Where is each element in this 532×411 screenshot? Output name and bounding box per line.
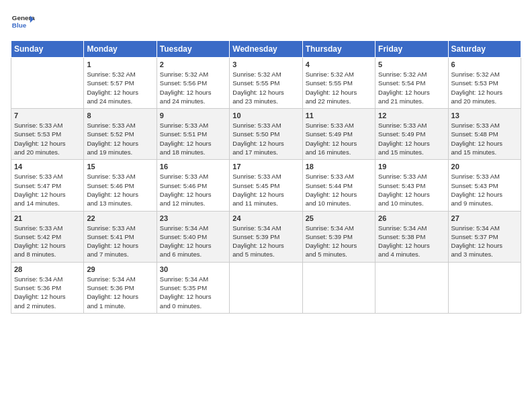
- calendar-cell: 1Sunrise: 5:32 AM Sunset: 5:57 PM Daylig…: [84, 58, 157, 109]
- calendar-cell: 27Sunrise: 5:34 AM Sunset: 5:37 PM Dayli…: [448, 211, 521, 262]
- day-number: 17: [232, 163, 299, 171]
- day-number: 28: [14, 265, 81, 273]
- day-info: Sunrise: 5:34 AM Sunset: 5:38 PM Dayligh…: [378, 224, 445, 259]
- calendar-cell: 22Sunrise: 5:33 AM Sunset: 5:41 PM Dayli…: [84, 211, 157, 262]
- day-info: Sunrise: 5:34 AM Sunset: 5:37 PM Dayligh…: [451, 224, 518, 259]
- calendar-cell: 21Sunrise: 5:33 AM Sunset: 5:42 PM Dayli…: [11, 211, 84, 262]
- calendar-cell: 30Sunrise: 5:34 AM Sunset: 5:35 PM Dayli…: [157, 262, 229, 313]
- day-info: Sunrise: 5:33 AM Sunset: 5:48 PM Dayligh…: [451, 121, 518, 156]
- day-info: Sunrise: 5:33 AM Sunset: 5:49 PM Dayligh…: [306, 121, 372, 156]
- day-number: 8: [87, 111, 153, 120]
- day-info: Sunrise: 5:32 AM Sunset: 5:53 PM Dayligh…: [451, 70, 518, 105]
- calendar-cell: 13Sunrise: 5:33 AM Sunset: 5:48 PM Dayli…: [448, 109, 521, 160]
- column-header-saturday: Saturday: [448, 41, 521, 58]
- day-number: 4: [306, 60, 372, 68]
- day-info: Sunrise: 5:33 AM Sunset: 5:50 PM Dayligh…: [232, 121, 299, 156]
- calendar-table: SundayMondayTuesdayWednesdayThursdayFrid…: [11, 40, 521, 314]
- day-number: 18: [306, 163, 372, 171]
- day-info: Sunrise: 5:33 AM Sunset: 5:44 PM Dayligh…: [306, 172, 372, 208]
- day-info: Sunrise: 5:34 AM Sunset: 5:36 PM Dayligh…: [87, 275, 153, 310]
- day-info: Sunrise: 5:33 AM Sunset: 5:45 PM Dayligh…: [232, 172, 299, 208]
- calendar-cell: 18Sunrise: 5:33 AM Sunset: 5:44 PM Dayli…: [302, 160, 375, 211]
- column-header-thursday: Thursday: [302, 41, 375, 58]
- day-number: 3: [232, 60, 299, 68]
- day-info: Sunrise: 5:34 AM Sunset: 5:39 PM Dayligh…: [232, 224, 299, 259]
- calendar-cell: 17Sunrise: 5:33 AM Sunset: 5:45 PM Dayli…: [230, 160, 302, 211]
- calendar-cell: [11, 58, 84, 109]
- calendar-cell: 25Sunrise: 5:34 AM Sunset: 5:39 PM Dayli…: [302, 211, 375, 262]
- day-number: 7: [14, 111, 81, 120]
- day-info: Sunrise: 5:33 AM Sunset: 5:46 PM Dayligh…: [87, 172, 153, 208]
- day-info: Sunrise: 5:33 AM Sunset: 5:52 PM Dayligh…: [87, 121, 153, 156]
- day-info: Sunrise: 5:32 AM Sunset: 5:54 PM Dayligh…: [378, 70, 445, 105]
- calendar-cell: 7Sunrise: 5:33 AM Sunset: 5:53 PM Daylig…: [11, 109, 84, 160]
- calendar-cell: 14Sunrise: 5:33 AM Sunset: 5:47 PM Dayli…: [11, 160, 84, 211]
- calendar-cell: 20Sunrise: 5:33 AM Sunset: 5:43 PM Dayli…: [448, 160, 521, 211]
- calendar-cell: 8Sunrise: 5:33 AM Sunset: 5:52 PM Daylig…: [84, 109, 157, 160]
- page-header: General Blue: [11, 11, 521, 35]
- calendar-cell: 5Sunrise: 5:32 AM Sunset: 5:54 PM Daylig…: [375, 58, 448, 109]
- calendar-cell: [302, 262, 375, 313]
- day-number: 30: [160, 265, 226, 273]
- calendar-cell: 16Sunrise: 5:33 AM Sunset: 5:46 PM Dayli…: [157, 160, 229, 211]
- day-number: 19: [378, 163, 445, 171]
- day-number: 22: [87, 214, 153, 222]
- day-info: Sunrise: 5:32 AM Sunset: 5:55 PM Dayligh…: [306, 70, 372, 105]
- calendar-cell: 9Sunrise: 5:33 AM Sunset: 5:51 PM Daylig…: [157, 109, 229, 160]
- day-number: 5: [378, 60, 445, 68]
- column-header-sunday: Sunday: [11, 41, 84, 58]
- calendar-cell: 12Sunrise: 5:33 AM Sunset: 5:49 PM Dayli…: [375, 109, 448, 160]
- calendar-week-row: 1Sunrise: 5:32 AM Sunset: 5:57 PM Daylig…: [11, 58, 521, 109]
- day-info: Sunrise: 5:34 AM Sunset: 5:36 PM Dayligh…: [14, 275, 81, 310]
- day-info: Sunrise: 5:32 AM Sunset: 5:56 PM Dayligh…: [160, 70, 226, 105]
- calendar-cell: 19Sunrise: 5:33 AM Sunset: 5:43 PM Dayli…: [375, 160, 448, 211]
- svg-text:Blue: Blue: [12, 21, 27, 29]
- day-info: Sunrise: 5:32 AM Sunset: 5:55 PM Dayligh…: [232, 70, 299, 105]
- calendar-cell: 15Sunrise: 5:33 AM Sunset: 5:46 PM Dayli…: [84, 160, 157, 211]
- column-header-monday: Monday: [84, 41, 157, 58]
- day-info: Sunrise: 5:34 AM Sunset: 5:39 PM Dayligh…: [306, 224, 372, 259]
- day-number: 13: [451, 111, 518, 120]
- day-number: 20: [451, 163, 518, 171]
- calendar-cell: 10Sunrise: 5:33 AM Sunset: 5:50 PM Dayli…: [230, 109, 302, 160]
- day-number: 21: [14, 214, 81, 222]
- calendar-cell: 11Sunrise: 5:33 AM Sunset: 5:49 PM Dayli…: [302, 109, 375, 160]
- logo-icon: General Blue: [11, 11, 35, 35]
- day-info: Sunrise: 5:33 AM Sunset: 5:42 PM Dayligh…: [14, 224, 81, 259]
- day-number: 14: [14, 163, 81, 171]
- day-number: 16: [160, 163, 226, 171]
- day-info: Sunrise: 5:33 AM Sunset: 5:43 PM Dayligh…: [451, 172, 518, 208]
- day-info: Sunrise: 5:34 AM Sunset: 5:35 PM Dayligh…: [160, 275, 226, 310]
- logo: General Blue: [11, 11, 35, 35]
- day-info: Sunrise: 5:33 AM Sunset: 5:46 PM Dayligh…: [160, 172, 226, 208]
- day-number: 10: [232, 111, 299, 120]
- calendar-week-row: 28Sunrise: 5:34 AM Sunset: 5:36 PM Dayli…: [11, 262, 521, 313]
- day-number: 25: [306, 214, 372, 222]
- day-number: 15: [87, 163, 153, 171]
- day-info: Sunrise: 5:33 AM Sunset: 5:53 PM Dayligh…: [14, 121, 81, 156]
- day-number: 27: [451, 214, 518, 222]
- column-header-wednesday: Wednesday: [230, 41, 302, 58]
- day-info: Sunrise: 5:33 AM Sunset: 5:41 PM Dayligh…: [87, 224, 153, 259]
- calendar-cell: [448, 262, 521, 313]
- column-header-friday: Friday: [375, 41, 448, 58]
- day-info: Sunrise: 5:33 AM Sunset: 5:47 PM Dayligh…: [14, 172, 81, 208]
- calendar-week-row: 21Sunrise: 5:33 AM Sunset: 5:42 PM Dayli…: [11, 211, 521, 262]
- day-number: 29: [87, 265, 153, 273]
- calendar-header-row: SundayMondayTuesdayWednesdayThursdayFrid…: [11, 41, 521, 58]
- calendar-cell: 24Sunrise: 5:34 AM Sunset: 5:39 PM Dayli…: [230, 211, 302, 262]
- day-number: 24: [232, 214, 299, 222]
- day-number: 6: [451, 60, 518, 68]
- calendar-cell: 28Sunrise: 5:34 AM Sunset: 5:36 PM Dayli…: [11, 262, 84, 313]
- day-number: 9: [160, 111, 226, 120]
- calendar-week-row: 7Sunrise: 5:33 AM Sunset: 5:53 PM Daylig…: [11, 109, 521, 160]
- day-number: 11: [306, 111, 372, 120]
- day-number: 2: [160, 60, 226, 68]
- day-info: Sunrise: 5:33 AM Sunset: 5:43 PM Dayligh…: [378, 172, 445, 208]
- calendar-cell: [375, 262, 448, 313]
- day-info: Sunrise: 5:32 AM Sunset: 5:57 PM Dayligh…: [87, 70, 153, 105]
- day-info: Sunrise: 5:34 AM Sunset: 5:40 PM Dayligh…: [160, 224, 226, 259]
- column-header-tuesday: Tuesday: [157, 41, 229, 58]
- day-info: Sunrise: 5:33 AM Sunset: 5:49 PM Dayligh…: [378, 121, 445, 156]
- day-number: 26: [378, 214, 445, 222]
